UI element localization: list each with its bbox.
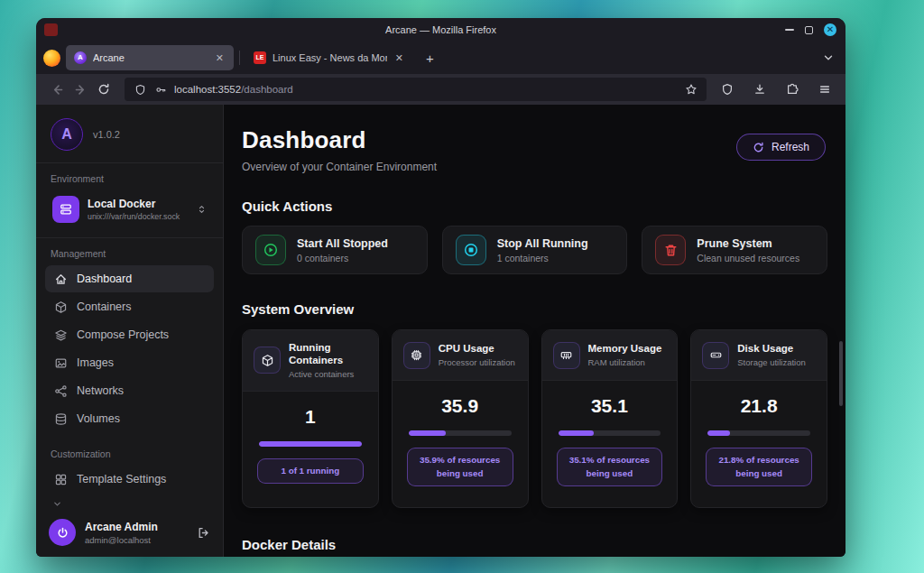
stat-subtitle: Storage utilization [737, 357, 806, 368]
refresh-label: Refresh [772, 141, 809, 153]
key-icon[interactable] [153, 84, 168, 96]
start-all-stopped-button[interactable]: Start All Stopped 0 containers [242, 226, 428, 274]
stop-all-running-button[interactable]: Stop All Running 1 containers [442, 226, 628, 274]
action-subtitle: 1 containers [497, 253, 588, 263]
sidebar-item-label: Volumes [77, 412, 120, 425]
arcane-favicon: A [74, 51, 87, 64]
forward-button[interactable] [69, 78, 92, 101]
sidebar-item-images[interactable]: Images [45, 349, 214, 376]
arcane-logo-icon: A [51, 118, 83, 151]
running-containers-card: Running Containers Active containers 1 1… [242, 329, 379, 508]
url-path: /dashboard [241, 84, 293, 95]
prune-system-button[interactable]: Prune System Clean unused resources [642, 226, 827, 274]
system-overview-heading: System Overview [242, 301, 827, 317]
stat-subtitle: Active containers [289, 369, 367, 380]
list-tabs-chevron-icon[interactable] [822, 51, 835, 64]
docker-server-icon [52, 196, 79, 223]
divider [36, 162, 223, 163]
window-titlebar: Arcane — Mozilla Firefox ✕ [36, 18, 845, 42]
sidebar-item-template-settings[interactable]: Template Settings [45, 466, 214, 493]
logout-icon[interactable] [197, 526, 210, 540]
sidebar-item-networks[interactable]: Networks [45, 377, 214, 404]
power-avatar-icon [49, 519, 76, 546]
extensions-icon[interactable] [781, 78, 804, 101]
url-bar[interactable]: localhost:3552/dashboard [125, 78, 707, 101]
tab-label: Arcane [93, 52, 208, 63]
memory-usage-card: Memory Usage RAM utilization 35.1 35.1% … [541, 329, 679, 508]
action-subtitle: 0 containers [297, 253, 388, 263]
docker-details-heading: Docker Details [242, 537, 827, 552]
memory-icon [553, 342, 580, 369]
new-tab-button[interactable]: + [419, 51, 441, 66]
page-subtitle: Overview of your Container Environment [242, 161, 827, 173]
stat-value: 1 [243, 406, 378, 428]
stop-icon [456, 235, 486, 265]
progress-bar [707, 430, 810, 436]
back-button[interactable] [45, 78, 69, 101]
downloads-icon[interactable] [748, 78, 772, 101]
sidebar-item-dashboard[interactable]: Dashboard [45, 265, 214, 292]
tracking-shield-icon[interactable] [133, 84, 147, 96]
close-button[interactable]: ✕ [824, 23, 836, 36]
docker-context-socket: unix:///var/run/docker.sock [88, 212, 180, 221]
firefox-window: Arcane — Mozilla Firefox ✕ A Arcane ✕ LE… [36, 18, 845, 557]
cube-icon [254, 347, 281, 374]
stat-value: 21.8 [691, 395, 827, 417]
disk-usage-card: Disk Usage Storage utilization 21.8 21.8… [690, 329, 827, 508]
progress-bar [559, 430, 661, 436]
tab-close-icon[interactable]: ✕ [393, 52, 405, 64]
progress-bar [409, 430, 512, 436]
cpu-icon [403, 342, 430, 369]
user-name: Arcane Admin [85, 521, 158, 533]
environment-section-label: Environment [51, 173, 208, 184]
cpu-usage-card: CPU Usage Processor utilization 35.9 35.… [392, 329, 529, 508]
dashboard-main: Dashboard Overview of your Container Env… [224, 105, 845, 557]
stat-badge: 1 of 1 running [257, 458, 364, 485]
maximize-button[interactable] [805, 26, 813, 34]
selector-chevrons-icon [197, 203, 207, 216]
sidebar-item-volumes[interactable]: Volumes [45, 405, 214, 432]
docker-context-name: Local Docker [88, 198, 180, 210]
sidebar-item-compose-projects[interactable]: Compose Projects [45, 321, 214, 348]
sidebar: A v1.0.2 Environment Local Docker unix:/… [36, 105, 224, 557]
docker-context-selector[interactable]: Local Docker unix:///var/run/docker.sock [45, 190, 214, 228]
sidebar-item-containers[interactable]: Containers [45, 293, 214, 320]
stat-badge: 35.9% of resources being used [407, 448, 513, 486]
sidebar-item-label: Networks [77, 384, 124, 397]
minimize-button[interactable] [785, 29, 794, 31]
url-text[interactable]: localhost:3552/dashboard [174, 84, 678, 95]
refresh-button[interactable]: Refresh [736, 134, 826, 161]
tab-arcane[interactable]: A Arcane ✕ [66, 45, 234, 70]
firefox-logo-icon[interactable] [43, 50, 60, 67]
sidebar-item-label: Images [77, 356, 114, 369]
disk-icon [702, 342, 729, 369]
stat-title: Disk Usage [737, 342, 806, 355]
menu-icon[interactable] [813, 78, 836, 101]
reload-button[interactable] [92, 78, 116, 101]
quick-actions-heading: Quick Actions [242, 199, 827, 214]
tab-linux-easy[interactable]: LE Linux Easy - News da Mond ✕ [245, 45, 413, 70]
url-host: localhost:3552 [174, 84, 241, 95]
bookmark-star-icon[interactable] [684, 83, 698, 96]
management-section-label: Management [51, 248, 208, 259]
stat-value: 35.1 [542, 395, 678, 417]
stat-value: 35.9 [393, 395, 528, 417]
user-account-row[interactable]: Arcane Admin admin@localhost [36, 508, 223, 557]
action-title: Stop All Running [497, 237, 588, 250]
action-subtitle: Clean unused resources [697, 253, 799, 263]
stat-badge: 21.8% of resources being used [706, 448, 812, 486]
privacy-shield-icon[interactable] [716, 78, 739, 101]
tab-separator [239, 51, 240, 65]
stat-badge: 35.1% of resources being used [557, 448, 663, 486]
navigation-toolbar: localhost:3552/dashboard [36, 74, 845, 105]
sidebar-item-label: Template Settings [77, 473, 166, 485]
version-label: v1.0.2 [93, 129, 120, 140]
page-scrollbar[interactable] [839, 341, 843, 406]
tab-close-icon[interactable]: ✕ [214, 52, 226, 64]
action-title: Start All Stopped [297, 237, 388, 250]
sidebar-item-label: Containers [77, 300, 131, 313]
tab-label: Linux Easy - News da Mond [273, 52, 387, 63]
stat-subtitle: RAM utilization [588, 357, 662, 368]
play-icon [255, 235, 286, 265]
stat-title: Running Containers [289, 341, 367, 367]
